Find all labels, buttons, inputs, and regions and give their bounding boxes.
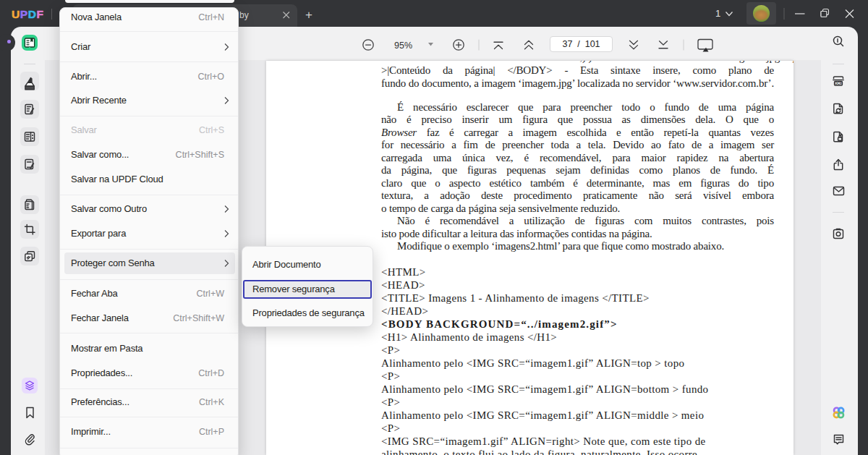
svg-text:OCR: OCR [835, 82, 843, 85]
svg-text:95%: 95% [394, 41, 412, 51]
